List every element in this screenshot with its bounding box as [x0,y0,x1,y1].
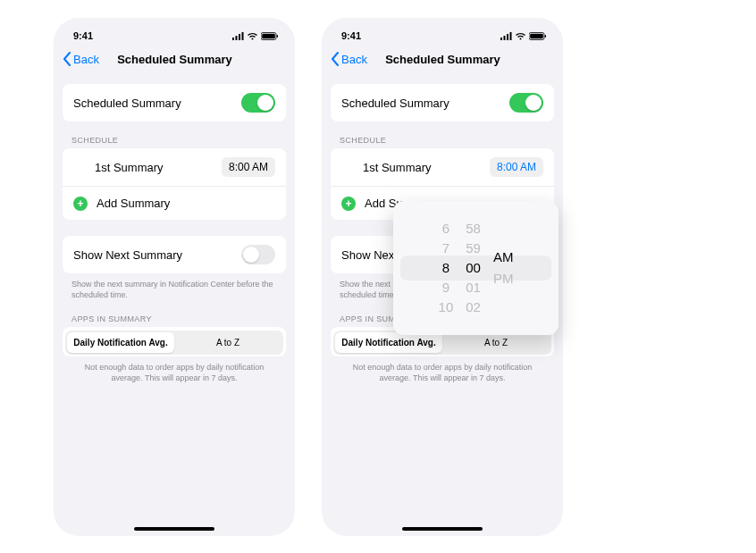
add-summary-label: Add Summary [97,197,170,210]
status-icons [500,32,547,40]
scheduled-summary-toggle-row: Scheduled Summary [63,84,286,121]
sort-avg[interactable]: Daily Notification Avg. [335,332,442,353]
picker-hour-opt: 9 [442,278,449,297]
picker-hour-opt: 7 [442,239,449,258]
nav-bar: Back Scheduled Summary [54,46,295,75]
svg-rect-12 [530,33,543,38]
svg-rect-5 [262,33,275,38]
status-time: 9:41 [341,30,361,41]
svg-rect-8 [504,36,506,40]
picker-minutes[interactable]: 58 59 00 01 02 [466,219,481,317]
show-next-footer: Show the next summary in Notification Ce… [63,273,286,300]
apps-footer: Not enough data to order apps by daily n… [63,356,286,383]
battery-icon [261,32,279,40]
picker-period-am: AM [493,247,514,267]
plus-circle-icon: + [73,197,88,211]
picker-min-opt: 02 [466,297,481,317]
svg-rect-13 [545,35,546,38]
svg-rect-7 [500,38,502,40]
status-bar: 9:41 [322,18,563,46]
apps-header: APPS IN SUMMARY [63,300,286,327]
scheduled-summary-label: Scheduled Summary [73,96,181,110]
sort-az[interactable]: A to Z [442,332,550,353]
add-summary-row[interactable]: + Add Summary [63,186,286,220]
schedule-header: SCHEDULE [331,121,554,148]
picker-period-pm: PM [493,269,514,289]
picker-hour-opt: 10 [439,297,454,317]
picker-hour-selected: 8 [442,258,449,278]
cellular-icon [500,32,512,40]
picker-min-selected: 00 [466,258,481,278]
page-title: Scheduled Summary [63,53,286,66]
wifi-icon [515,32,526,40]
scheduled-summary-toggle[interactable] [509,93,543,113]
wifi-icon [247,32,258,40]
status-bar: 9:41 [54,18,295,46]
scheduled-summary-label: Scheduled Summary [341,96,449,110]
picker-hours[interactable]: 6 7 8 9 10 [439,219,454,317]
svg-rect-0 [232,38,234,40]
sort-avg[interactable]: Daily Notification Avg. [67,332,174,353]
picker-min-opt: 01 [466,278,481,297]
home-indicator[interactable] [134,527,214,531]
picker-period[interactable]: AM PM [493,247,514,289]
first-summary-time[interactable]: 8:00 AM [490,157,543,177]
first-summary-label: 1st Summary [341,161,432,174]
svg-rect-1 [236,36,238,40]
nav-bar: Back Scheduled Summary [322,46,563,75]
picker-min-opt: 58 [466,219,481,239]
screen-left: 9:41 Back Scheduled Summary Scheduled Su… [54,18,295,536]
svg-rect-2 [239,34,240,40]
first-summary-row: 1st Summary 8:00 AM [63,148,286,186]
plus-circle-icon: + [341,197,356,211]
show-next-label: Show Next Summary [73,248,182,262]
scheduled-summary-toggle-row: Scheduled Summary [331,84,554,121]
first-summary-row: 1st Summary 8:00 AM [331,148,554,186]
screen-right: 9:41 Back Scheduled Summary Scheduled Su… [322,18,563,536]
home-indicator[interactable] [402,527,483,531]
status-icons [232,32,279,40]
page-title: Scheduled Summary [332,53,554,66]
first-summary-time[interactable]: 8:00 AM [222,157,275,177]
sort-az[interactable]: A to Z [174,332,281,353]
svg-rect-3 [242,32,244,40]
status-time: 9:41 [73,30,93,41]
sort-segmented-control: Daily Notification Avg. A to Z [65,331,283,355]
show-next-toggle[interactable] [241,245,275,264]
scheduled-summary-toggle[interactable] [241,93,275,113]
cellular-icon [232,32,244,40]
show-next-row: Show Next Summary [63,236,286,273]
schedule-header: SCHEDULE [63,121,286,148]
first-summary-label: 1st Summary [73,161,164,174]
apps-footer: Not enough data to order apps by daily n… [331,356,554,383]
svg-rect-9 [507,34,508,40]
svg-rect-6 [277,35,278,38]
svg-rect-10 [510,32,512,40]
battery-icon [529,32,547,40]
picker-hour-opt: 6 [442,219,449,239]
time-picker-popover[interactable]: 6 7 8 9 10 58 59 00 01 02 AM PM [393,201,559,335]
picker-min-opt: 59 [466,239,481,258]
